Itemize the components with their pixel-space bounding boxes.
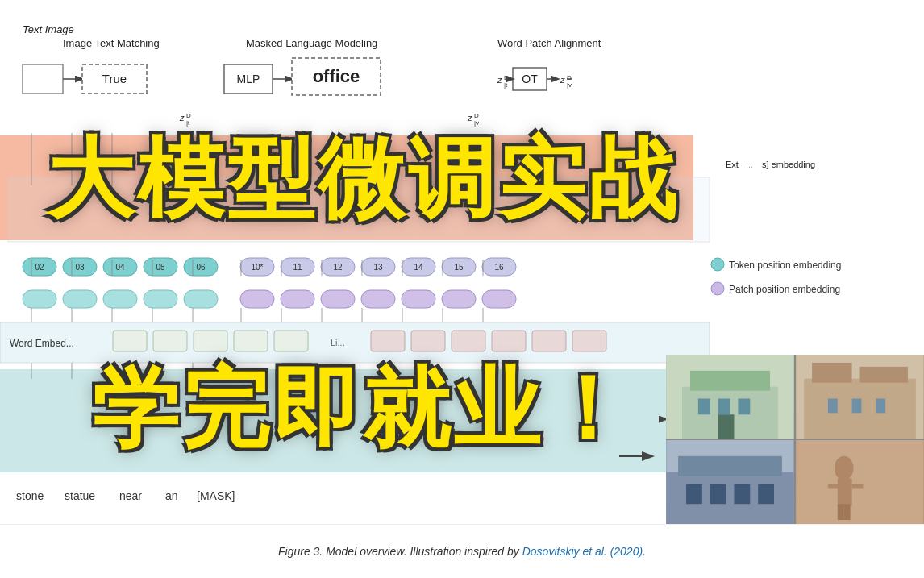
svg-text:06: 06: [196, 263, 206, 272]
svg-text:|v: |v: [567, 81, 572, 89]
svg-rect-67: [281, 290, 314, 308]
svg-rect-133: [690, 371, 770, 391]
photo-cell-1: [666, 355, 794, 439]
svg-rect-65: [184, 290, 218, 308]
svg-text:z: z: [560, 75, 565, 85]
svg-text:z: z: [497, 75, 502, 85]
svg-text:11: 11: [293, 263, 302, 272]
caption-suffix: .: [643, 545, 646, 558]
svg-rect-68: [321, 290, 355, 308]
svg-text:True: True: [102, 72, 127, 85]
svg-point-153: [835, 456, 854, 480]
svg-text:z: z: [467, 113, 472, 123]
photo-cell-2: [796, 355, 924, 439]
svg-text:Word Embed...: Word Embed...: [10, 338, 74, 349]
svg-text:02: 02: [35, 263, 44, 272]
svg-rect-155: [828, 484, 839, 488]
svg-text:04: 04: [115, 263, 125, 272]
svg-rect-85: [532, 331, 566, 351]
svg-text:05: 05: [156, 263, 165, 272]
svg-rect-64: [144, 290, 177, 308]
svg-text:statue: statue: [65, 489, 95, 502]
svg-rect-71: [442, 290, 476, 308]
svg-rect-75: [113, 331, 147, 351]
svg-rect-136: [738, 398, 750, 414]
svg-text:D: D: [186, 112, 191, 119]
caption-prefix: Figure 3. Model overview. Illustration i…: [278, 545, 522, 558]
svg-rect-141: [860, 367, 908, 383]
svg-rect-142: [828, 398, 838, 413]
svg-rect-81: [371, 331, 405, 351]
svg-rect-146: [666, 472, 793, 524]
photo-cell-4: [796, 440, 924, 524]
svg-rect-147: [678, 456, 782, 476]
svg-rect-92: [711, 258, 724, 271]
svg-rect-157: [838, 504, 844, 520]
svg-rect-154: [838, 479, 852, 507]
svg-rect-148: [686, 484, 702, 504]
svg-rect-137: [718, 414, 735, 439]
caption-area: Figure 3. Model overview. Illustration i…: [0, 524, 924, 578]
svg-text:z: z: [179, 113, 185, 123]
svg-text:...: ...: [746, 160, 753, 169]
svg-text:|v: |v: [474, 119, 479, 127]
svg-rect-77: [194, 331, 227, 351]
svg-text:12: 12: [333, 263, 343, 272]
svg-text:D: D: [567, 74, 572, 81]
svg-text:Image Text Matching: Image Text Matching: [63, 37, 160, 49]
svg-rect-151: [758, 484, 774, 504]
svg-text:Masked Language Modeling: Masked Language Modeling: [246, 37, 377, 49]
svg-rect-36: [8, 177, 710, 242]
svg-rect-63: [103, 290, 137, 308]
svg-rect-86: [572, 331, 606, 351]
svg-text:Ext: Ext: [726, 160, 739, 169]
svg-text:13: 13: [373, 263, 383, 272]
svg-rect-72: [482, 290, 516, 308]
svg-rect-70: [402, 290, 435, 308]
svg-text:office: office: [313, 66, 360, 86]
svg-rect-69: [361, 290, 395, 308]
svg-text:03: 03: [75, 263, 85, 272]
svg-text:Li...: Li...: [331, 338, 345, 347]
svg-text:D: D: [474, 112, 479, 119]
svg-text:Text Image: Text Image: [23, 23, 74, 35]
svg-text:OT: OT: [522, 73, 538, 85]
svg-rect-84: [492, 331, 526, 351]
svg-text:14: 14: [414, 263, 423, 272]
svg-rect-135: [718, 398, 730, 414]
caption-text: Figure 3. Model overview. Illustration i…: [278, 545, 646, 558]
arrow-to-photos: [619, 448, 660, 468]
caption-link[interactable]: Dosovitskiy et al. (2020): [522, 545, 643, 558]
svg-text:an: an: [165, 489, 178, 502]
svg-text:15: 15: [454, 263, 464, 272]
svg-rect-156: [852, 484, 864, 488]
svg-rect-150: [734, 484, 750, 504]
svg-text:16: 16: [494, 263, 504, 272]
svg-rect-140: [812, 363, 852, 383]
photo-cell-3: [666, 440, 794, 524]
svg-text:[MASK]: [MASK]: [197, 489, 235, 502]
svg-rect-158: [844, 504, 851, 520]
svg-rect-82: [411, 331, 445, 351]
svg-rect-66: [240, 290, 274, 308]
svg-text:Word Patch Alignment: Word Patch Alignment: [497, 37, 601, 49]
svg-rect-144: [876, 398, 885, 413]
svg-text:near: near: [119, 489, 142, 502]
svg-text:s] embedding: s] embedding: [762, 160, 815, 169]
svg-text:10*: 10*: [251, 263, 263, 272]
svg-text:Patch position embedding: Patch position embedding: [729, 284, 840, 295]
svg-rect-94: [711, 282, 724, 295]
svg-rect-78: [234, 331, 268, 351]
svg-rect-76: [153, 331, 187, 351]
svg-rect-5: [23, 64, 63, 94]
svg-text:D: D: [504, 74, 509, 81]
svg-rect-83: [452, 331, 485, 351]
svg-rect-152: [796, 440, 923, 524]
svg-rect-79: [274, 331, 308, 351]
svg-rect-61: [23, 290, 56, 308]
photo-grid: [666, 355, 924, 524]
svg-rect-143: [852, 398, 862, 413]
svg-text:Token position embedding: Token position embedding: [729, 260, 841, 271]
svg-text:MLP: MLP: [237, 73, 260, 85]
svg-rect-62: [63, 290, 97, 308]
